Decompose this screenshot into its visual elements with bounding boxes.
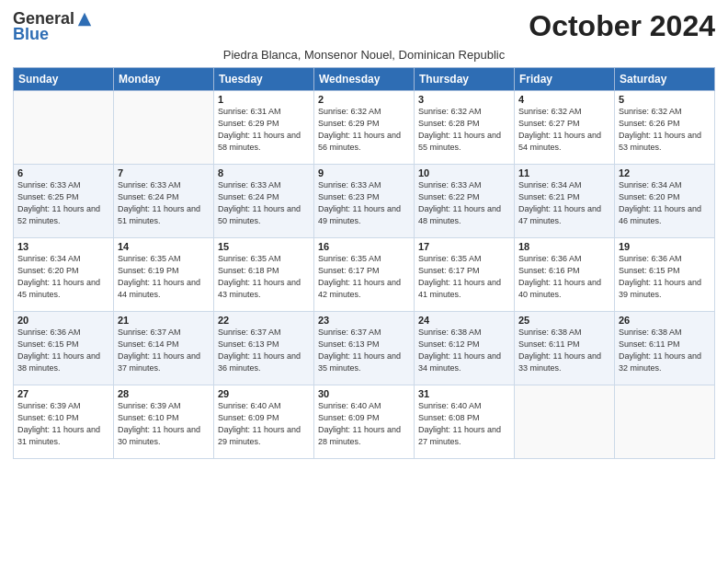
calendar-cell-w5-d5: 31Sunrise: 6:40 AMSunset: 6:08 PMDayligh… [415,385,515,459]
day-info: Sunrise: 6:38 AMSunset: 6:11 PMDaylight:… [619,327,711,374]
day-number: 3 [418,94,510,105]
day-number: 6 [17,167,109,178]
day-info: Sunrise: 6:36 AMSunset: 6:16 PMDaylight:… [518,253,610,301]
header-monday: Monday [114,68,214,91]
day-info: Sunrise: 6:34 AMSunset: 6:20 PMDaylight:… [17,253,109,301]
calendar-cell-w3-d3: 15Sunrise: 6:35 AMSunset: 6:18 PMDayligh… [214,238,314,312]
calendar-cell-w5-d7 [615,385,715,459]
header-friday: Friday [515,68,615,91]
calendar-cell-w2-d6: 11Sunrise: 6:34 AMSunset: 6:21 PMDayligh… [515,165,615,238]
day-info: Sunrise: 6:37 AMSunset: 6:13 PMDaylight:… [218,327,310,374]
calendar-week-5: 27Sunrise: 6:39 AMSunset: 6:10 PMDayligh… [14,385,715,459]
day-info: Sunrise: 6:36 AMSunset: 6:15 PMDaylight:… [17,327,109,374]
calendar-cell-w5-d6 [515,385,615,459]
calendar-cell-w2-d4: 9Sunrise: 6:33 AMSunset: 6:23 PMDaylight… [314,165,415,238]
calendar-cell-w5-d4: 30Sunrise: 6:40 AMSunset: 6:09 PMDayligh… [314,385,415,459]
calendar-cell-w5-d1: 27Sunrise: 6:39 AMSunset: 6:10 PMDayligh… [14,385,114,459]
day-info: Sunrise: 6:32 AMSunset: 6:26 PMDaylight:… [619,106,711,154]
day-number: 1 [218,94,310,105]
day-number: 27 [17,388,109,399]
calendar-cell-w2-d2: 7Sunrise: 6:33 AMSunset: 6:24 PMDaylight… [114,165,214,238]
day-number: 25 [518,315,610,326]
day-number: 5 [619,94,711,105]
day-number: 14 [118,241,210,252]
calendar-cell-w1-d5: 3Sunrise: 6:32 AMSunset: 6:28 PMDaylight… [415,91,515,165]
day-number: 17 [418,241,510,252]
day-number: 18 [518,241,610,252]
day-number: 9 [318,167,410,178]
calendar-cell-w3-d6: 18Sunrise: 6:36 AMSunset: 6:16 PMDayligh… [515,238,615,312]
calendar-cell-w4-d2: 21Sunrise: 6:37 AMSunset: 6:14 PMDayligh… [114,312,214,385]
day-info: Sunrise: 6:38 AMSunset: 6:12 PMDaylight:… [418,327,510,374]
header-wednesday: Wednesday [314,68,415,91]
day-info: Sunrise: 6:34 AMSunset: 6:21 PMDaylight:… [518,179,610,227]
day-info: Sunrise: 6:33 AMSunset: 6:24 PMDaylight:… [218,179,310,227]
header-tuesday: Tuesday [214,68,314,91]
calendar-week-2: 6Sunrise: 6:33 AMSunset: 6:25 PMDaylight… [14,165,715,238]
calendar-cell-w1-d3: 1Sunrise: 6:31 AMSunset: 6:29 PMDaylight… [214,91,314,165]
day-number: 8 [218,167,310,178]
header-thursday: Thursday [415,68,515,91]
day-number: 21 [118,315,210,326]
day-number: 10 [418,167,510,178]
calendar-week-3: 13Sunrise: 6:34 AMSunset: 6:20 PMDayligh… [14,238,715,312]
calendar-cell-w4-d1: 20Sunrise: 6:36 AMSunset: 6:15 PMDayligh… [14,312,114,385]
calendar-cell-w5-d2: 28Sunrise: 6:39 AMSunset: 6:10 PMDayligh… [114,385,214,459]
logo: General Blue [13,9,93,44]
day-info: Sunrise: 6:40 AMSunset: 6:09 PMDaylight:… [318,400,410,448]
calendar-cell-w2-d5: 10Sunrise: 6:33 AMSunset: 6:22 PMDayligh… [415,165,515,238]
day-info: Sunrise: 6:40 AMSunset: 6:09 PMDaylight:… [218,400,310,448]
header: General Blue October 2024 [13,9,715,44]
calendar-cell-w1-d2 [114,91,214,165]
day-info: Sunrise: 6:35 AMSunset: 6:19 PMDaylight:… [118,253,210,301]
header-sunday: Sunday [14,68,114,91]
calendar-week-1: 1Sunrise: 6:31 AMSunset: 6:29 PMDaylight… [14,91,715,165]
calendar-cell-w4-d3: 22Sunrise: 6:37 AMSunset: 6:13 PMDayligh… [214,312,314,385]
calendar-cell-w5-d3: 29Sunrise: 6:40 AMSunset: 6:09 PMDayligh… [214,385,314,459]
day-number: 31 [418,388,510,399]
day-number: 29 [218,388,310,399]
calendar-cell-w4-d6: 25Sunrise: 6:38 AMSunset: 6:11 PMDayligh… [515,312,615,385]
calendar-cell-w3-d1: 13Sunrise: 6:34 AMSunset: 6:20 PMDayligh… [14,238,114,312]
calendar-cell-w2-d7: 12Sunrise: 6:34 AMSunset: 6:20 PMDayligh… [615,165,715,238]
day-info: Sunrise: 6:32 AMSunset: 6:29 PMDaylight:… [318,106,410,154]
logo-icon [76,11,93,28]
day-info: Sunrise: 6:33 AMSunset: 6:24 PMDaylight:… [118,179,210,227]
calendar-cell-w3-d2: 14Sunrise: 6:35 AMSunset: 6:19 PMDayligh… [114,238,214,312]
day-info: Sunrise: 6:39 AMSunset: 6:10 PMDaylight:… [17,400,109,448]
calendar-cell-w3-d7: 19Sunrise: 6:36 AMSunset: 6:15 PMDayligh… [615,238,715,312]
day-info: Sunrise: 6:35 AMSunset: 6:18 PMDaylight:… [218,253,310,301]
day-number: 15 [218,241,310,252]
calendar-cell-w2-d1: 6Sunrise: 6:33 AMSunset: 6:25 PMDaylight… [14,165,114,238]
day-info: Sunrise: 6:39 AMSunset: 6:10 PMDaylight:… [118,400,210,448]
day-number: 23 [318,315,410,326]
day-number: 26 [619,315,711,326]
page: General Blue October 2024 Piedra Blanca,… [0,0,728,563]
calendar-cell-w3-d5: 17Sunrise: 6:35 AMSunset: 6:17 PMDayligh… [415,238,515,312]
month-title: October 2024 [529,9,715,43]
day-info: Sunrise: 6:36 AMSunset: 6:15 PMDaylight:… [619,253,711,301]
day-info: Sunrise: 6:34 AMSunset: 6:20 PMDaylight:… [619,179,711,227]
day-info: Sunrise: 6:37 AMSunset: 6:14 PMDaylight:… [118,327,210,374]
day-number: 7 [118,167,210,178]
calendar-cell-w1-d6: 4Sunrise: 6:32 AMSunset: 6:27 PMDaylight… [515,91,615,165]
day-number: 24 [418,315,510,326]
day-number: 11 [518,167,610,178]
day-info: Sunrise: 6:33 AMSunset: 6:25 PMDaylight:… [17,179,109,227]
calendar-cell-w4-d7: 26Sunrise: 6:38 AMSunset: 6:11 PMDayligh… [615,312,715,385]
svg-marker-0 [78,12,91,25]
day-number: 30 [318,388,410,399]
day-info: Sunrise: 6:35 AMSunset: 6:17 PMDaylight:… [318,253,410,301]
day-info: Sunrise: 6:33 AMSunset: 6:23 PMDaylight:… [318,179,410,227]
day-number: 22 [218,315,310,326]
calendar-cell-w1-d4: 2Sunrise: 6:32 AMSunset: 6:29 PMDaylight… [314,91,415,165]
calendar-cell-w1-d7: 5Sunrise: 6:32 AMSunset: 6:26 PMDaylight… [615,91,715,165]
day-number: 12 [619,167,711,178]
calendar-cell-w3-d4: 16Sunrise: 6:35 AMSunset: 6:17 PMDayligh… [314,238,415,312]
calendar-cell-w4-d5: 24Sunrise: 6:38 AMSunset: 6:12 PMDayligh… [415,312,515,385]
header-saturday: Saturday [615,68,715,91]
day-number: 19 [619,241,711,252]
calendar-cell-w4-d4: 23Sunrise: 6:37 AMSunset: 6:13 PMDayligh… [314,312,415,385]
day-number: 28 [118,388,210,399]
day-info: Sunrise: 6:32 AMSunset: 6:28 PMDaylight:… [418,106,510,154]
